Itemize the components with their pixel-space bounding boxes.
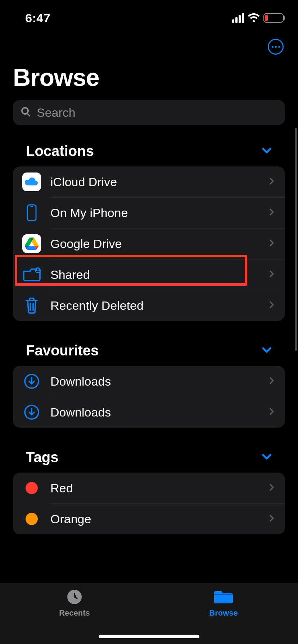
trash-icon: [22, 296, 41, 315]
clock-icon: [67, 588, 82, 606]
location-google-drive[interactable]: Google Drive: [13, 228, 285, 259]
tags-header[interactable]: Tags: [13, 449, 285, 473]
chevron-right-icon: [268, 208, 276, 217]
tab-bar: Recents Browse: [0, 583, 298, 644]
favourite-downloads[interactable]: Downloads: [13, 366, 285, 397]
more-options-button[interactable]: [268, 39, 284, 55]
list-item-label: Recently Deleted: [50, 299, 258, 313]
chevron-right-icon: [268, 483, 276, 493]
status-indicators: [232, 12, 284, 24]
search-icon: [20, 106, 32, 119]
chevron-down-icon: [261, 345, 272, 357]
tag-orange[interactable]: Orange: [13, 503, 285, 534]
status-bar: 6:47: [0, 0, 298, 36]
list-item-label: Google Drive: [50, 237, 258, 251]
download-icon: [22, 403, 41, 422]
icloud-icon: [22, 172, 41, 191]
section-title: Tags: [26, 449, 58, 465]
chevron-right-icon: [268, 408, 276, 417]
favourite-downloads[interactable]: Downloads: [13, 397, 285, 428]
chevron-down-icon: [261, 451, 272, 464]
svg-rect-1: [30, 206, 33, 207]
tab-label: Browse: [209, 608, 238, 618]
iphone-icon: [22, 203, 41, 222]
svg-rect-7: [214, 594, 233, 595]
locations-header[interactable]: Locations: [13, 143, 285, 166]
location-shared[interactable]: Shared: [13, 259, 285, 290]
home-indicator[interactable]: [99, 635, 199, 638]
folder-icon: [214, 588, 233, 606]
wifi-icon: [248, 12, 260, 24]
list-item-label: Red: [50, 481, 258, 495]
search-field[interactable]: [13, 100, 285, 125]
section-title: Locations: [26, 143, 94, 159]
cellular-icon: [232, 13, 244, 23]
svg-rect-0: [27, 205, 36, 221]
list-item-label: Orange: [50, 512, 258, 526]
content: Browse Locations iCloud Drive: [0, 36, 298, 583]
chevron-right-icon: [268, 301, 276, 310]
location-recently-deleted[interactable]: Recently Deleted: [13, 290, 285, 321]
locations-group: iCloud Drive On My iPhone Google Drive: [13, 166, 285, 321]
favourites-header[interactable]: Favourites: [13, 342, 285, 366]
chevron-down-icon: [261, 145, 272, 157]
chevron-right-icon: [268, 377, 276, 386]
tag-color-dot: [26, 482, 38, 494]
list-item-label: Downloads: [50, 374, 258, 388]
chevron-right-icon: [268, 239, 276, 248]
page-title: Browse: [13, 63, 285, 91]
list-item-label: On My iPhone: [50, 206, 258, 220]
favourites-group: Downloads Downloads: [13, 366, 285, 428]
tag-red[interactable]: Red: [13, 473, 285, 503]
shared-folder-icon: [22, 265, 41, 284]
scroll-indicator[interactable]: [295, 128, 297, 351]
list-item-label: Downloads: [50, 405, 258, 419]
chevron-right-icon: [268, 177, 276, 187]
chevron-right-icon: [268, 514, 276, 524]
tab-label: Recents: [59, 608, 90, 618]
tag-color-dot: [26, 513, 38, 525]
download-icon: [22, 372, 41, 391]
location-on-my-iphone[interactable]: On My iPhone: [13, 197, 285, 228]
google-drive-icon: [22, 234, 41, 253]
list-item-label: iCloud Drive: [50, 175, 258, 189]
chevron-right-icon: [268, 270, 276, 279]
battery-icon: [263, 13, 284, 23]
svg-point-3: [37, 268, 39, 270]
location-icloud-drive[interactable]: iCloud Drive: [13, 166, 285, 197]
status-time: 6:47: [25, 11, 50, 25]
list-item-label: Shared: [50, 268, 258, 282]
search-input[interactable]: [37, 106, 278, 120]
section-title: Favourites: [26, 342, 99, 359]
tags-group: Red Orange: [13, 473, 285, 534]
